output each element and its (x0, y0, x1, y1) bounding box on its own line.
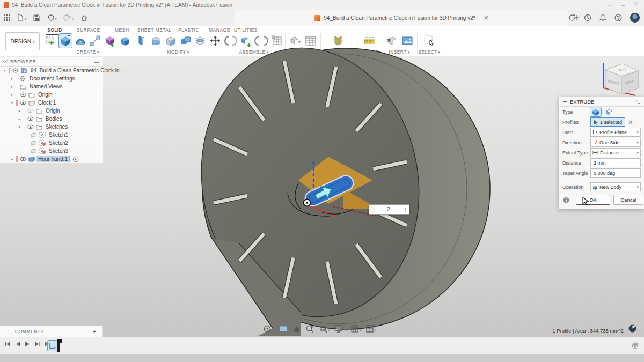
tree-label[interactable]: Document Settings (28, 76, 77, 82)
tree-label[interactable]: Clock 1 (36, 100, 57, 106)
workspace-selector[interactable]: DESIGN (5, 32, 40, 50)
help-icon[interactable] (614, 14, 622, 21)
info-icon[interactable] (563, 197, 569, 203)
grid-icon[interactable] (351, 325, 359, 333)
flange-icon[interactable] (135, 34, 148, 48)
box-icon[interactable] (118, 34, 131, 48)
eye-icon[interactable] (19, 157, 26, 161)
eye-off-icon[interactable] (27, 108, 34, 113)
undo-icon[interactable] (47, 14, 54, 21)
extrude-type-solid-icon[interactable] (590, 107, 601, 116)
tree-label[interactable]: Origin (44, 108, 62, 114)
measure-icon[interactable] (362, 34, 376, 48)
extensions-icon[interactable] (568, 14, 576, 21)
step-back-icon[interactable] (15, 341, 20, 347)
chevron-down-icon[interactable]: ▾ (17, 125, 22, 129)
cancel-button[interactable]: Cancel (613, 195, 643, 205)
fit-caret-icon[interactable] (327, 324, 330, 334)
chevron-right-icon[interactable]: ▸ (17, 117, 22, 121)
configure-icon[interactable] (288, 34, 302, 48)
profiles-selection-chip[interactable]: 1 selected (590, 117, 625, 127)
tree-row[interactable]: ▸ Origin (0, 91, 103, 99)
group-create-label[interactable]: CREATE (76, 49, 96, 55)
ok-button[interactable]: OK (576, 195, 610, 205)
tree-label[interactable]: Sketches (44, 124, 69, 130)
tree-label[interactable]: 94_Build a Clean Parametric Clock in... (29, 68, 126, 73)
new-component-icon[interactable] (239, 34, 253, 48)
display-settings-icon[interactable] (334, 325, 343, 333)
eye-icon[interactable] (27, 116, 34, 121)
file-menu-icon[interactable] (17, 14, 24, 21)
create-form-icon[interactable] (104, 34, 117, 48)
distance-manipulator-value[interactable]: 2 (375, 205, 402, 214)
eye-icon[interactable] (27, 124, 34, 129)
grid-caret-icon[interactable] (360, 324, 362, 334)
job-status-icon[interactable] (584, 14, 591, 21)
tree-row-sketch[interactable]: Sketch2 (0, 139, 103, 147)
create-sketch-icon[interactable] (44, 34, 57, 48)
start-dropdown[interactable]: Profile Plane ▾ (590, 128, 641, 137)
step-forward-icon[interactable] (34, 341, 40, 347)
hem-icon[interactable] (150, 34, 163, 48)
taper-input[interactable]: 0.000 deg (590, 168, 641, 178)
viewports-icon[interactable] (366, 325, 374, 333)
eye-off-icon[interactable] (30, 141, 37, 145)
tree-row-root[interactable]: ▾ 94_Build a Clean Parametric Clock in..… (0, 67, 103, 75)
tab-surface[interactable]: SURFACE (75, 26, 102, 34)
home-icon[interactable] (80, 14, 88, 21)
tree-label[interactable]: Bodies (44, 116, 64, 122)
eye-icon[interactable] (12, 68, 19, 73)
construct-plane-icon[interactable] (331, 34, 345, 48)
distance-input[interactable]: 2 mm (590, 158, 641, 167)
browser-minimize-icon[interactable] (94, 59, 99, 64)
tree-row-selected[interactable]: ▸ Hour hand:1 (0, 155, 103, 163)
app-grid-icon[interactable] (3, 14, 11, 21)
joint-icon[interactable] (224, 34, 238, 48)
tree-label[interactable]: Hour hand:1 (36, 156, 69, 162)
tree-row[interactable]: ▸ Bodies (0, 115, 103, 123)
extrude-type-thin-icon[interactable] (604, 107, 614, 116)
eye-icon[interactable] (19, 100, 26, 105)
operation-dropdown[interactable]: New Body ▾ (590, 182, 641, 191)
eye-off-icon[interactable] (30, 132, 37, 137)
user-avatar[interactable] (630, 13, 640, 23)
browser-header[interactable]: BROWSER (0, 57, 103, 67)
play-icon[interactable] (25, 341, 30, 347)
tree-label[interactable]: Named Views (28, 84, 64, 90)
save-icon[interactable] (33, 14, 40, 21)
chevron-right-icon[interactable]: ▸ (10, 93, 14, 97)
go-to-start-icon[interactable] (4, 341, 11, 347)
collapse-dialog-icon[interactable] (563, 101, 567, 102)
tree-row-component[interactable]: ▾ Clock 1 (0, 99, 103, 107)
input-spinner[interactable] (402, 205, 409, 214)
tree-row[interactable]: ▸ Document Settings (0, 75, 103, 83)
tree-row-sketch[interactable]: Sketch1 (0, 131, 103, 139)
eye-icon[interactable] (19, 92, 26, 97)
tree-label[interactable]: Sketch2 (47, 140, 70, 146)
revolve-icon[interactable] (74, 34, 87, 48)
chevron-down-icon[interactable]: ▾ (10, 101, 14, 105)
tree-row[interactable]: ▸ Named Views (0, 83, 103, 91)
extent-dropdown[interactable]: Distance ▾ (590, 148, 641, 157)
insert-canvas-icon[interactable] (400, 34, 414, 48)
bom-table-icon[interactable] (270, 34, 284, 48)
tree-row-sketch[interactable]: Sketch3 (0, 147, 103, 155)
chevron-right-icon[interactable]: ▸ (17, 109, 22, 113)
tab-utilities[interactable]: UTILITIES (232, 26, 259, 34)
zoom-icon[interactable] (305, 324, 313, 333)
comments-bar[interactable]: COMMENTS + (0, 326, 103, 337)
eye-off-icon[interactable] (30, 149, 37, 153)
add-comment-button[interactable]: + (93, 328, 97, 335)
pan-icon[interactable] (292, 325, 300, 333)
insert-derive-icon[interactable] (385, 34, 399, 48)
fit-icon[interactable] (318, 324, 327, 333)
dock-dialog-icon[interactable] (635, 99, 640, 104)
dialog-header[interactable]: EXTRUDE (559, 97, 644, 107)
chevron-right-icon[interactable]: ▸ (10, 85, 14, 89)
document-tab[interactable]: 94_Build a Clean Parametric Clock in Fus… (235, 10, 568, 26)
close-window-icon[interactable] (633, 1, 639, 6)
chevron-right-icon[interactable]: ▸ (10, 77, 14, 81)
configuration-table-icon[interactable] (304, 34, 318, 48)
plastic-boss-icon[interactable] (179, 34, 193, 48)
tab-sheet-metal[interactable]: SHEET METAL (136, 26, 173, 34)
